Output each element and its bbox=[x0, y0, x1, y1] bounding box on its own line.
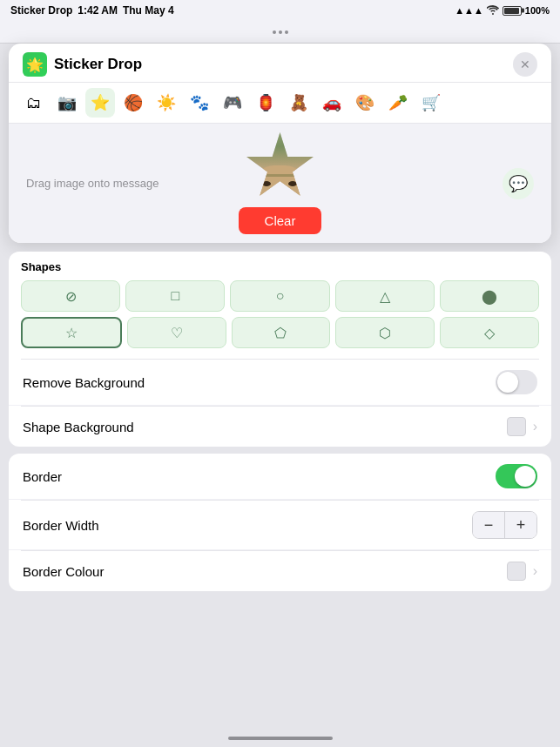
toolbar-bear-icon[interactable]: 🧸 bbox=[284, 88, 314, 118]
border-colour-chevron: › bbox=[533, 563, 537, 579]
shape-circle-icon: ○ bbox=[276, 288, 285, 304]
toolbar-car-icon[interactable]: 🚗 bbox=[317, 88, 347, 118]
toolbar-palette-icon[interactable]: 🎨 bbox=[350, 88, 380, 118]
shape-square-icon: □ bbox=[171, 288, 179, 304]
shape-diamond-btn[interactable]: ◇ bbox=[440, 317, 539, 348]
shape-hexagon-icon: ⬡ bbox=[379, 325, 391, 341]
star-clip-preview bbox=[245, 132, 314, 202]
wifi-icon bbox=[487, 5, 499, 17]
status-time: 1:42 AM bbox=[78, 4, 118, 17]
image-preview bbox=[245, 132, 314, 202]
remove-background-toggle[interactable] bbox=[496, 370, 537, 394]
shape-background-chevron: › bbox=[533, 419, 537, 434]
shape-background-color-row: › bbox=[507, 417, 537, 436]
close-icon: ✕ bbox=[520, 57, 530, 71]
modal-header: 🌟 Sticker Drop ✕ bbox=[9, 44, 551, 83]
toolbar-sun-icon[interactable]: ☀️ bbox=[152, 88, 181, 118]
toolbar-camera-icon[interactable]: 📷 bbox=[52, 88, 82, 118]
toolbar-game-icon[interactable]: 🎮 bbox=[218, 88, 247, 118]
border-width-stepper: − + bbox=[472, 511, 537, 539]
border-width-minus-btn[interactable]: − bbox=[473, 512, 504, 538]
bottom-handle bbox=[228, 737, 333, 740]
shape-heart-icon: ♡ bbox=[171, 325, 183, 341]
status-bar: Sticker Drop 1:42 AM Thu May 4 ▲▲▲ 100% bbox=[0, 0, 560, 21]
status-right: ▲▲▲ 100% bbox=[455, 5, 550, 17]
shape-pentagon-btn[interactable]: ⬠ bbox=[232, 317, 331, 348]
remove-background-label: Remove Background bbox=[23, 375, 145, 390]
nav-dots bbox=[273, 30, 288, 34]
chat-icon-button[interactable]: 💬 bbox=[503, 168, 534, 199]
shape-square-btn[interactable]: □ bbox=[125, 280, 225, 312]
border-toggle-knob bbox=[515, 466, 536, 487]
clear-button[interactable]: Clear bbox=[239, 207, 322, 234]
border-width-plus-btn[interactable]: + bbox=[505, 512, 536, 538]
shape-none-icon: ⊘ bbox=[65, 288, 77, 305]
signal-icon: ▲▲▲ bbox=[455, 5, 483, 16]
shapes-row-1: ⊘ □ ○ △ ⬤ bbox=[21, 280, 539, 312]
border-toggle[interactable] bbox=[496, 464, 537, 488]
close-button[interactable]: ✕ bbox=[513, 52, 537, 77]
shape-star-icon: ☆ bbox=[65, 325, 78, 341]
logo-icon: 🌟 bbox=[26, 57, 44, 73]
app-name-status: Sticker Drop bbox=[10, 4, 72, 17]
border-width-row: Border Width − + bbox=[9, 501, 551, 550]
shape-triangle-btn[interactable]: △ bbox=[335, 280, 435, 312]
icon-toolbar: 🗂 📷 ⭐ 🏀 ☀️ 🐾 🎮 🏮 🧸 🚗 🎨 🥕 🛒 bbox=[9, 83, 551, 124]
modal-title: Sticker Drop bbox=[54, 56, 142, 73]
shape-triangle-icon: △ bbox=[380, 288, 390, 305]
battery-pct: 100% bbox=[525, 5, 550, 16]
toolbar-ball-icon[interactable]: 🏀 bbox=[118, 88, 148, 118]
toolbar-carrot-icon[interactable]: 🥕 bbox=[383, 88, 413, 118]
battery-icon bbox=[503, 6, 522, 16]
shapes-section: Shapes ⊘ □ ○ △ ⬤ bbox=[9, 252, 551, 359]
chat-icon: 💬 bbox=[509, 174, 528, 193]
border-colour-label: Border Colour bbox=[23, 564, 104, 579]
shape-circle-btn[interactable]: ○ bbox=[230, 280, 329, 312]
border-width-label: Border Width bbox=[23, 518, 99, 533]
border-colour-row[interactable]: Border Colour › bbox=[9, 551, 551, 591]
shape-pentagon-icon: ⬠ bbox=[274, 325, 287, 341]
toolbar-paw-icon[interactable]: 🐾 bbox=[185, 88, 214, 118]
shape-filled-circle-btn[interactable]: ⬤ bbox=[440, 280, 539, 312]
toolbar-lantern-icon[interactable]: 🏮 bbox=[251, 88, 280, 118]
shape-none-btn[interactable]: ⊘ bbox=[21, 280, 120, 312]
border-colour-swatch bbox=[507, 562, 526, 581]
content-area: Drag image onto message Clear 💬 bbox=[9, 124, 551, 243]
shape-hexagon-btn[interactable]: ⬡ bbox=[335, 317, 435, 348]
remove-background-row: Remove Background bbox=[9, 360, 551, 406]
app-logo: 🌟 bbox=[23, 52, 47, 77]
shapes-row-2: ☆ ♡ ⬠ ⬡ ◇ bbox=[21, 317, 539, 348]
border-row: Border bbox=[9, 454, 551, 500]
shape-background-label: Shape Background bbox=[23, 420, 134, 434]
shapes-section-title: Shapes bbox=[21, 260, 539, 273]
sticker-drop-modal: 🌟 Sticker Drop ✕ 🗂 📷 ⭐ 🏀 ☀️ 🐾 🎮 🏮 🧸 🚗 🎨 … bbox=[9, 44, 551, 243]
shape-heart-btn[interactable]: ♡ bbox=[127, 317, 226, 348]
shapes-grid: ⊘ □ ○ △ ⬤ ☆ bbox=[21, 280, 539, 348]
shape-background-row[interactable]: Shape Background › bbox=[9, 407, 551, 447]
border-section: Border Border Width − + Border Colour › bbox=[9, 454, 551, 591]
toolbar-cart-icon[interactable]: 🛒 bbox=[416, 88, 446, 118]
shape-diamond-icon: ◇ bbox=[484, 325, 495, 341]
border-label: Border bbox=[23, 469, 62, 484]
settings-panel: Shapes ⊘ □ ○ △ ⬤ bbox=[9, 252, 551, 447]
border-colour-swatch-row: › bbox=[507, 562, 537, 581]
toolbar-star-icon[interactable]: ⭐ bbox=[85, 88, 115, 118]
plus-icon: + bbox=[516, 516, 526, 535]
shape-background-swatch bbox=[507, 417, 526, 436]
modal-title-row: 🌟 Sticker Drop bbox=[23, 52, 142, 77]
image-preview-wrap: Clear bbox=[239, 132, 322, 234]
shape-star-btn[interactable]: ☆ bbox=[21, 317, 122, 348]
minus-icon: − bbox=[484, 516, 494, 535]
shape-filled-circle-icon: ⬤ bbox=[482, 288, 497, 305]
status-date: Thu May 4 bbox=[123, 4, 174, 17]
drag-text: Drag image onto message bbox=[26, 177, 159, 190]
toggle-knob bbox=[497, 372, 518, 393]
top-nav-bar bbox=[0, 21, 560, 44]
toolbar-folder-icon[interactable]: 🗂 bbox=[19, 88, 49, 118]
